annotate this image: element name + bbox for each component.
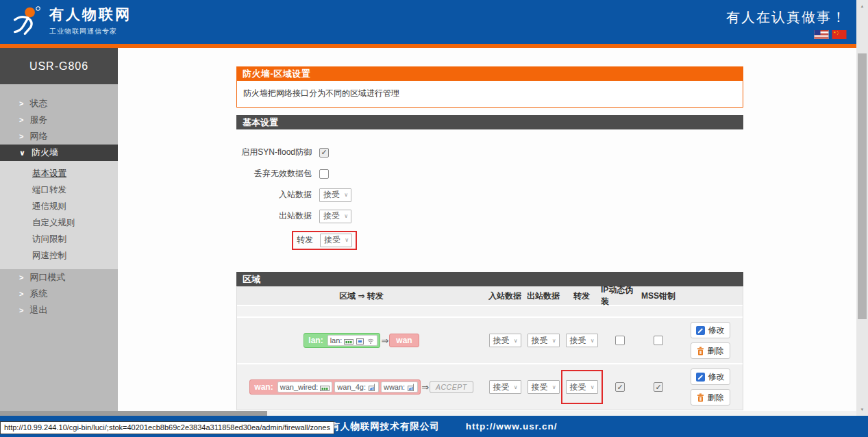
sidebar-item-firewall[interactable]: ∨ 防火墙	[0, 145, 118, 161]
table-row-lan: lan: lan:	[237, 316, 743, 363]
col-header-inbound: 入站数据	[486, 290, 524, 302]
wan-inbound-select[interactable]: 接受 ∨	[489, 380, 521, 394]
lan-mss-checkbox[interactable]	[654, 336, 663, 345]
firewall-submenu: 基本设置 端口转发 通信规则 自定义规则 访问限制 网速控制	[0, 161, 118, 269]
submenu-item-speed-control[interactable]: 网速控制	[0, 247, 118, 264]
wan-mss-checkbox[interactable]: ✓	[654, 382, 663, 392]
lan-zone-badge: lan: lan:	[303, 333, 380, 348]
submenu-item-port-forwarding[interactable]: 端口转发	[0, 182, 118, 198]
basic-settings-form: 启用SYN-flood防御 ✓ 丢弃无效数据包 入站数据 接受 ∨ 出站数据 接…	[236, 129, 743, 250]
network-wan-4g: wan_4g:	[334, 382, 379, 392]
chevron-right-icon: >	[19, 116, 23, 124]
forward-field-highlight-box: 转发 接受 ∨	[292, 231, 357, 250]
sidebar-item-status[interactable]: > 状态	[0, 95, 118, 112]
edit-pencil-icon	[696, 373, 705, 382]
inbound-select[interactable]: 接受 ∨	[319, 188, 351, 202]
page-description: 防火墙把网络接口分为不同的区域进行管理	[236, 81, 743, 108]
forward-arrow-icon: ⇒	[421, 382, 429, 392]
signal-icon	[368, 384, 376, 391]
wan-target-accept-badge: ACCEPT	[430, 381, 473, 393]
field-label-inbound: 入站数据	[236, 189, 312, 201]
lan-forward-select[interactable]: 接受 ∨	[566, 334, 598, 347]
horizontal-scrollbar-thumb[interactable]	[0, 411, 267, 416]
ethernet-icon	[320, 384, 330, 391]
lan-edit-button[interactable]: 修改	[691, 322, 730, 338]
submenu-item-access-restriction[interactable]: 访问限制	[0, 231, 118, 247]
select-caret-icon: ∨	[344, 192, 348, 198]
table-spacer-row	[237, 305, 743, 316]
chevron-right-icon: >	[19, 99, 23, 108]
drop-invalid-checkbox[interactable]	[319, 169, 329, 179]
submenu-item-basic-settings[interactable]: 基本设置	[0, 165, 118, 182]
vertical-scrollbar-thumb[interactable]	[858, 53, 867, 319]
lan-outbound-select[interactable]: 接受 ∨	[528, 334, 560, 347]
forward-select[interactable]: 接受 ∨	[320, 234, 352, 247]
select-caret-icon: ∨	[344, 213, 348, 219]
sidebar-item-port-mode[interactable]: > 网口模式	[0, 269, 118, 286]
check-icon: ✓	[655, 384, 661, 391]
select-caret-icon: ∨	[345, 237, 349, 243]
wan-zone-badge: wan: wan_wired: wan_4g:	[249, 379, 421, 395]
chevron-right-icon: >	[19, 306, 23, 314]
field-label-outbound: 出站数据	[236, 210, 312, 222]
col-header-masquerade: IP动态伪装	[601, 284, 639, 308]
forward-arrow-icon: ⇒	[381, 336, 388, 346]
sidebar: USR-G806 > 状态 > 服务 > 网络 ∨ 防火墙 基本设置 端口转发 …	[0, 48, 118, 411]
wan-delete-button[interactable]: 删除	[691, 389, 730, 405]
sidebar-item-services[interactable]: > 服务	[0, 112, 118, 128]
chevron-right-icon: >	[19, 132, 23, 140]
sidebar-item-system[interactable]: > 系统	[0, 286, 118, 302]
section-zones: 区域	[236, 272, 743, 286]
device-name: USR-G806	[0, 48, 118, 84]
lan-inbound-select[interactable]: 接受 ∨	[489, 334, 521, 347]
col-header-zone-forward: 区域 ⇒ 转发	[237, 290, 486, 302]
select-caret-icon: ∨	[591, 338, 595, 344]
trash-icon	[697, 393, 704, 402]
select-caret-icon: ∨	[591, 384, 595, 390]
horizontal-scrollbar[interactable]	[0, 411, 868, 416]
trash-icon	[697, 347, 704, 355]
brand-tagline: 工业物联网通信专家	[49, 27, 132, 36]
wan-edit-button[interactable]: 修改	[691, 369, 730, 385]
zones-table: 区域 ⇒ 转发 入站数据 出站数据 转发 IP动态伪装 MSS钳制 lan: l…	[236, 286, 743, 410]
chevron-right-icon: >	[19, 290, 23, 298]
brand-logo[interactable]: 有人物联网 工业物联网通信专家	[11, 5, 132, 36]
select-caret-icon: ∨	[552, 384, 556, 390]
wan-masquerade-checkbox[interactable]: ✓	[615, 382, 625, 392]
cn-flag-icon[interactable]	[832, 30, 847, 39]
network-wan-wired: wan_wired:	[277, 382, 333, 392]
sidebar-item-network[interactable]: > 网络	[0, 128, 118, 145]
select-caret-icon: ∨	[552, 338, 556, 344]
footer-site-link[interactable]: http://www.usr.cn/	[466, 421, 558, 432]
lan-target-wan-badge: wan	[389, 334, 419, 347]
syn-flood-checkbox[interactable]: ✓	[319, 148, 329, 158]
select-caret-icon: ∨	[514, 384, 518, 390]
col-header-mss-clamp: MSS钳制	[639, 290, 678, 302]
brand-name: 有人物联网	[49, 5, 132, 24]
table-row-wan: wan: wan_wired: wan_4g:	[237, 363, 743, 410]
scroll-down-icon[interactable]: ▼	[856, 405, 868, 414]
field-label-forward: 转发	[297, 234, 313, 246]
check-icon: ✓	[617, 384, 623, 391]
chevron-right-icon: >	[19, 273, 23, 282]
edit-pencil-icon	[696, 326, 705, 335]
page-title: 防火墙-区域设置	[236, 66, 743, 81]
scroll-up-icon[interactable]: ▲	[856, 1, 868, 11]
zones-table-header: 区域 ⇒ 转发 入站数据 出站数据 转发 IP动态伪装 MSS钳制	[237, 287, 743, 305]
browser-status-url: http://10.99.244.10/cgi-bin/luci/;stok=4…	[0, 421, 334, 434]
lan-masquerade-checkbox[interactable]	[615, 336, 625, 345]
vertical-scrollbar[interactable]: ▲ ▼	[856, 0, 868, 416]
top-header: 有人物联网 工业物联网通信专家 有人在认真做事！	[0, 0, 856, 44]
check-icon: ✓	[321, 149, 327, 156]
outbound-select[interactable]: 接受 ∨	[319, 210, 351, 223]
section-basic-settings: 基本设置	[236, 115, 743, 129]
wan-outbound-select[interactable]: 接受 ∨	[528, 380, 560, 394]
port-icon	[356, 337, 364, 345]
select-caret-icon: ∨	[514, 338, 518, 344]
sidebar-item-logout[interactable]: > 退出	[0, 302, 118, 319]
wan-forward-select[interactable]: 接受 ∨	[566, 380, 598, 394]
submenu-item-traffic-rules[interactable]: 通信规则	[0, 198, 118, 214]
us-flag-icon[interactable]	[814, 30, 829, 39]
lan-delete-button[interactable]: 删除	[691, 342, 730, 359]
submenu-item-custom-rules[interactable]: 自定义规则	[0, 214, 118, 231]
